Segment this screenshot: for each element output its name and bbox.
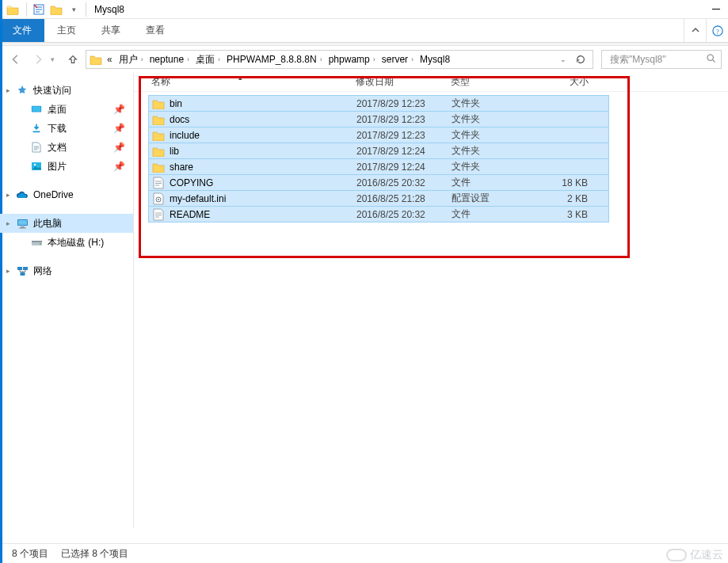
file-size: 18 KB (539, 177, 594, 188)
status-selected-count: 已选择 8 个项目 (61, 547, 128, 561)
qat-properties-icon[interactable] (30, 1, 48, 18)
tree-quick-access[interactable]: ▸ 快速访问 (0, 81, 133, 100)
titlebar: ▾ Mysql8 (0, 0, 728, 19)
tab-home[interactable]: 主页 (44, 19, 89, 42)
file-type: 文件夹 (452, 97, 539, 110)
nav-back-button[interactable] (6, 50, 25, 69)
folder-icon (152, 161, 165, 173)
svg-rect-15 (32, 241, 42, 242)
breadcrumb-seg-1[interactable]: neptune› (147, 51, 192, 68)
tree-label: OneDrive (33, 189, 74, 200)
file-row[interactable]: bin2017/8/29 12:23文件夹 (148, 95, 609, 112)
file-row[interactable]: include2017/8/29 12:23文件夹 (148, 127, 609, 143)
col-header-type[interactable]: 类型 (451, 75, 538, 89)
tree-label: 桌面 (48, 103, 67, 116)
column-headers[interactable]: 名称 ▴ 修改日期 类型 大小 (134, 73, 728, 92)
svg-point-21 (158, 199, 159, 200)
svg-rect-7 (33, 131, 40, 133)
breadcrumb-seg-4[interactable]: phpwamp› (326, 51, 379, 68)
documents-icon (30, 141, 43, 154)
minimize-button[interactable] (704, 0, 728, 19)
tree-label: 下载 (48, 122, 67, 135)
file-name: lib (170, 146, 179, 157)
svg-rect-13 (19, 227, 26, 228)
ribbon: 文件 主页 共享 查看 ? (0, 19, 728, 43)
folder-icon (152, 145, 165, 158)
chevron-right-icon[interactable]: ▸ (4, 219, 12, 227)
tree-pictures[interactable]: 图片 📌 (0, 157, 133, 176)
svg-rect-6 (32, 107, 41, 112)
chevron-right-icon[interactable]: ▸ (4, 267, 12, 275)
col-header-name[interactable]: 名称 ▴ (151, 75, 356, 89)
tree-network[interactable]: ▸ 网络 (0, 261, 133, 280)
nav-history-dropdown[interactable]: ▾ (51, 55, 60, 63)
file-name: docs (170, 114, 189, 125)
tree-desktop[interactable]: 桌面 📌 (0, 100, 133, 119)
tree-local-disk[interactable]: 本地磁盘 (H:) (0, 233, 133, 252)
file-icon (152, 192, 165, 205)
file-list[interactable]: bin2017/8/29 12:23文件夹docs2017/8/29 12:23… (134, 92, 619, 223)
file-date: 2017/8/29 12:23 (356, 98, 452, 109)
breadcrumb-seg-0[interactable]: 用户› (116, 51, 147, 68)
breadcrumb-seg-6[interactable]: Mysql8 (417, 51, 453, 68)
file-row[interactable]: docs2017/8/29 12:23文件夹 (148, 111, 609, 127)
file-date: 2017/8/29 12:24 (356, 162, 452, 173)
help-button[interactable]: ? (706, 19, 728, 42)
chevron-right-icon: › (320, 55, 322, 63)
app-folder-icon (6, 2, 20, 17)
file-row[interactable]: share2017/8/29 12:24文件夹 (148, 158, 609, 175)
nav-up-button[interactable] (63, 50, 82, 69)
file-type: 配置设置 (452, 192, 539, 205)
nav-row: ▾ « 用户› neptune› 桌面› PHPWAMP_8.8.8.8N› p… (0, 46, 728, 73)
tree-label: 本地磁盘 (H:) (48, 236, 104, 249)
qat-new-folder-icon[interactable] (48, 1, 65, 18)
file-date: 2016/8/25 21:28 (356, 193, 452, 204)
breadcrumb-overflow-chevron[interactable]: « (104, 54, 116, 65)
file-type: 文件 (452, 176, 539, 189)
svg-rect-17 (17, 267, 22, 270)
tree-label: 网络 (33, 264, 52, 278)
address-bar[interactable]: « 用户› neptune› 桌面› PHPWAMP_8.8.8.8N› php… (86, 50, 593, 69)
col-header-date[interactable]: 修改日期 (356, 75, 451, 89)
file-row[interactable]: COPYING2016/8/25 20:32文件18 KB (148, 174, 609, 191)
pictures-icon (30, 160, 43, 173)
search-box[interactable]: 搜索"Mysql8" (601, 50, 722, 69)
network-icon (16, 264, 29, 277)
sort-ascending-icon: ▴ (238, 74, 242, 82)
nav-forward-button[interactable] (29, 50, 48, 69)
tab-file[interactable]: 文件 (0, 19, 44, 42)
chevron-right-icon: › (218, 55, 220, 63)
address-folder-icon (90, 54, 102, 65)
search-placeholder: 搜索"Mysql8" (610, 53, 706, 67)
pin-icon: 📌 (113, 142, 125, 153)
chevron-right-icon[interactable]: ▸ (4, 86, 12, 94)
file-name: include (170, 130, 200, 141)
refresh-button[interactable] (572, 51, 589, 68)
address-history-dropdown[interactable]: ⌄ (555, 51, 572, 68)
breadcrumb-seg-5[interactable]: server› (379, 51, 417, 68)
tab-share[interactable]: 共享 (89, 19, 133, 42)
file-row[interactable]: my-default.ini2016/8/25 21:28配置设置2 KB (148, 190, 609, 207)
breadcrumb-seg-2[interactable]: 桌面› (192, 51, 223, 68)
file-date: 2016/8/25 20:32 (356, 209, 452, 220)
tree-downloads[interactable]: 下载 📌 (0, 119, 133, 138)
col-header-size[interactable]: 大小 (538, 75, 595, 89)
pin-icon: 📌 (113, 104, 125, 115)
tree-onedrive[interactable]: ▸ OneDrive (0, 185, 133, 204)
tree-label: 图片 (48, 160, 67, 173)
file-row[interactable]: lib2017/8/29 12:24文件夹 (148, 143, 609, 159)
qat-customize-dropdown-icon[interactable]: ▾ (65, 1, 82, 18)
minimize-ribbon-button[interactable] (684, 19, 706, 42)
window-title: Mysql8 (94, 4, 124, 15)
status-bar: 8 个项目 已选择 8 个项目 (2, 543, 728, 563)
pc-icon (16, 217, 29, 230)
chevron-right-icon[interactable]: ▸ (4, 191, 12, 199)
tree-this-pc[interactable]: ▸ 此电脑 (0, 214, 133, 233)
svg-text:?: ? (716, 27, 719, 35)
content-pane: 名称 ▴ 修改日期 类型 大小 bin2017/8/29 12:23文件夹doc… (134, 73, 728, 527)
svg-point-1 (36, 6, 37, 8)
tab-view[interactable]: 查看 (133, 19, 177, 42)
file-row[interactable]: README2016/8/25 20:32文件3 KB (148, 206, 609, 223)
tree-documents[interactable]: 文档 📌 (0, 138, 133, 157)
breadcrumb-seg-3[interactable]: PHPWAMP_8.8.8.8N› (223, 51, 326, 68)
